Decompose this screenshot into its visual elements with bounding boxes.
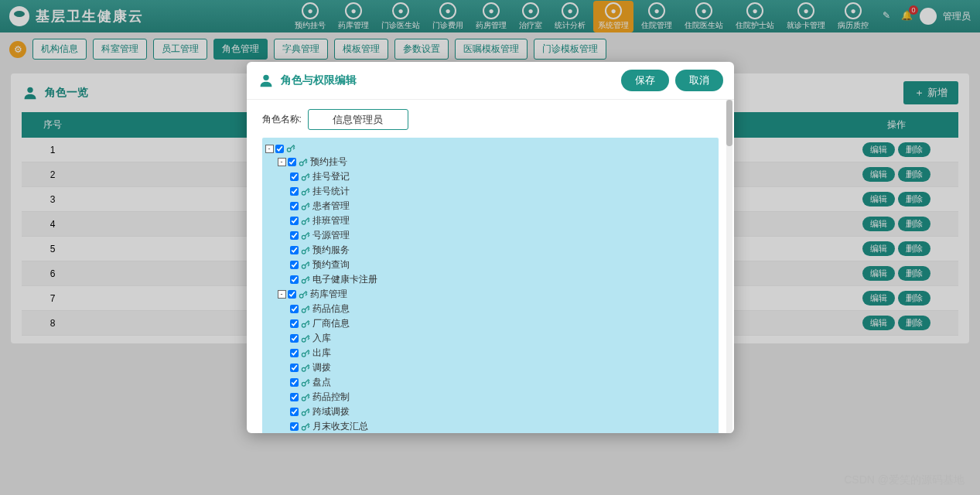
tree-checkbox[interactable] [290, 172, 299, 181]
tree-label[interactable]: 跨域调拨 [312, 405, 350, 418]
tree-label[interactable]: 电子健康卡注册 [312, 273, 377, 286]
tree-checkbox[interactable] [290, 422, 299, 431]
key-icon [300, 407, 311, 418]
svg-point-3 [299, 162, 303, 166]
tree-node: 厂商信息 [265, 316, 715, 331]
tree-node: 排班管理 [265, 213, 715, 228]
modal-overlay: 角色与权限编辑 保存 取消 角色名称: --预约挂号挂号登记挂号统计患者管理排班… [0, 0, 980, 495]
tree-checkbox[interactable] [290, 378, 299, 387]
save-button[interactable]: 保存 [621, 70, 669, 91]
key-icon [300, 348, 311, 359]
key-icon [298, 289, 309, 300]
tree-label[interactable]: 患者管理 [312, 200, 350, 213]
tree-label[interactable]: 挂号统计 [312, 185, 350, 198]
svg-point-7 [302, 220, 306, 224]
tree-checkbox[interactable] [290, 202, 299, 210]
tree-checkbox[interactable] [275, 145, 284, 153]
key-icon [300, 186, 311, 197]
cancel-button[interactable]: 取消 [675, 70, 723, 91]
svg-point-15 [302, 338, 306, 342]
tree-node: 月末收支汇总 [265, 419, 715, 433]
key-icon [300, 392, 311, 403]
tree-toggle[interactable]: - [278, 158, 286, 166]
svg-point-5 [302, 191, 306, 195]
tree-checkbox[interactable] [290, 261, 299, 269]
tree-node: 跨域调拨 [265, 405, 715, 419]
key-icon [300, 333, 311, 344]
role-name-label: 角色名称: [262, 113, 302, 126]
key-icon [300, 245, 311, 256]
tree-checkbox[interactable] [290, 246, 299, 254]
tree-label[interactable]: 入库 [312, 332, 331, 345]
role-edit-modal: 角色与权限编辑 保存 取消 角色名称: --预约挂号挂号登记挂号统计患者管理排班… [247, 62, 734, 433]
tree-label[interactable]: 调拨 [312, 361, 331, 374]
key-icon [300, 201, 311, 212]
tree-checkbox[interactable] [290, 187, 299, 196]
svg-point-6 [302, 206, 306, 210]
tree-label[interactable]: 挂号登记 [312, 170, 350, 183]
person-edit-icon [258, 72, 275, 89]
tree-checkbox[interactable] [290, 334, 299, 343]
role-name-input[interactable] [308, 109, 408, 130]
key-icon [298, 157, 309, 168]
tree-label[interactable]: 出库 [312, 346, 331, 360]
tree-node: 出库 [265, 346, 715, 360]
tree-label[interactable]: 药品信息 [312, 302, 350, 316]
tree-label[interactable]: 号源管理 [312, 229, 350, 242]
tree-checkbox[interactable] [290, 217, 299, 225]
tree-checkbox[interactable] [290, 305, 299, 313]
tree-node: 号源管理 [265, 228, 715, 243]
tree-checkbox[interactable] [290, 408, 299, 416]
tree-node: 盘点 [265, 375, 715, 390]
tree-checkbox[interactable] [290, 349, 299, 357]
key-icon [300, 172, 311, 183]
tree-label[interactable]: 预约查询 [312, 258, 350, 271]
svg-point-11 [302, 279, 306, 283]
tree-checkbox[interactable] [290, 364, 299, 372]
svg-point-9 [302, 250, 306, 254]
tree-node: 药品信息 [265, 302, 715, 316]
key-icon [300, 319, 311, 329]
tree-label[interactable]: 预约挂号 [310, 155, 347, 169]
tree-toggle[interactable]: - [278, 290, 286, 299]
tree-label[interactable]: 月末收支汇总 [312, 420, 368, 433]
modal-head: 角色与权限编辑 保存 取消 [247, 62, 734, 100]
modal-actions: 保存 取消 [621, 70, 723, 91]
key-icon [300, 275, 311, 285]
key-icon [285, 143, 296, 154]
key-icon [300, 377, 311, 388]
svg-point-8 [302, 235, 306, 239]
svg-point-20 [302, 411, 306, 415]
tree-checkbox[interactable] [288, 290, 296, 299]
key-icon [300, 260, 311, 271]
svg-point-10 [302, 265, 306, 268]
svg-point-21 [302, 426, 306, 430]
tree-label[interactable]: 排班管理 [312, 214, 350, 227]
tree-label[interactable]: 厂商信息 [312, 317, 350, 330]
svg-point-12 [299, 294, 303, 298]
svg-point-19 [302, 397, 306, 401]
tree-checkbox[interactable] [290, 319, 299, 328]
tree-node: 患者管理 [265, 199, 715, 213]
tree-label[interactable]: 药库管理 [310, 288, 347, 301]
tree-checkbox[interactable] [290, 393, 299, 401]
tree-node: 挂号统计 [265, 184, 715, 199]
tree-node: - [265, 142, 715, 155]
svg-point-14 [302, 323, 306, 327]
tree-label[interactable]: 药品控制 [312, 391, 350, 404]
tree-checkbox[interactable] [290, 231, 299, 240]
tree-toggle[interactable]: - [265, 145, 274, 153]
key-icon [300, 230, 311, 241]
svg-point-17 [302, 367, 306, 371]
scrollbar[interactable] [726, 100, 732, 433]
key-icon [300, 422, 311, 432]
svg-point-2 [287, 148, 291, 152]
scrollbar-thumb[interactable] [726, 100, 732, 146]
tree-label[interactable]: 预约服务 [312, 244, 350, 257]
svg-point-13 [302, 309, 306, 312]
modal-title: 角色与权限编辑 [258, 72, 357, 89]
tree-node: 预约查询 [265, 258, 715, 272]
tree-checkbox[interactable] [288, 158, 296, 166]
tree-checkbox[interactable] [290, 275, 299, 284]
tree-label[interactable]: 盘点 [312, 376, 331, 389]
